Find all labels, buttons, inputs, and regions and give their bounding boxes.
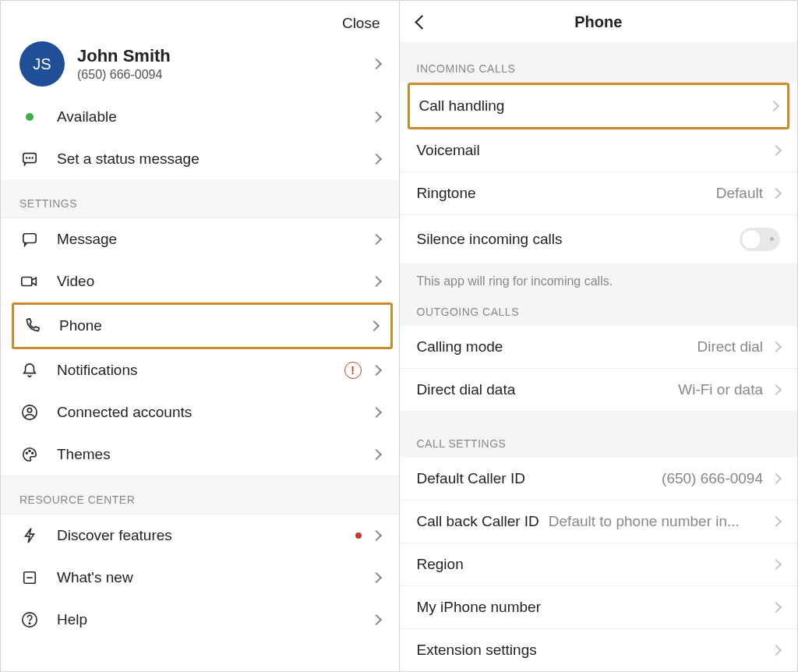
presence-dot-icon: [26, 113, 34, 121]
lightning-icon: [19, 525, 40, 546]
presence-row[interactable]: Available: [1, 96, 399, 138]
help-row[interactable]: Help: [1, 599, 399, 641]
chevron-right-icon: [370, 365, 381, 376]
presence-label: Available: [57, 108, 373, 126]
settings-video-row[interactable]: Video: [1, 260, 399, 302]
chevron-right-icon: [771, 473, 782, 484]
callback-caller-id-row[interactable]: Call back Caller ID Default to phone num…: [400, 500, 798, 543]
chevron-right-icon: [370, 449, 381, 460]
settings-connected-accounts-row[interactable]: Connected accounts: [1, 391, 399, 433]
outgoing-calls-header: OUTGOING CALLS: [400, 295, 798, 326]
voicemail-row[interactable]: Voicemail: [400, 129, 798, 172]
default-caller-id-row[interactable]: Default Caller ID (650) 666-0094: [400, 458, 798, 500]
status-message-row[interactable]: Set a status message: [1, 138, 399, 180]
svg-point-2: [30, 157, 30, 158]
svg-point-9: [29, 451, 30, 452]
ringtone-row[interactable]: Ringtone Default: [400, 172, 798, 215]
back-button[interactable]: [415, 15, 429, 29]
region-row[interactable]: Region: [400, 543, 798, 586]
phone-settings-panel: Phone INCOMING CALLS Call handling Voice…: [400, 1, 798, 671]
chevron-right-icon: [370, 154, 381, 164]
direct-dial-data-row[interactable]: Direct dial data Wi-Fi or data: [400, 369, 798, 411]
note-icon: [19, 568, 40, 588]
settings-message-row[interactable]: Message: [1, 218, 399, 260]
direct-dial-value: Wi-Fi or data: [678, 381, 763, 398]
call-handling-highlight: Call handling: [408, 83, 790, 129]
chat-bubble-icon: [19, 149, 40, 169]
resource-center-header: RESOURCE CENTER: [1, 476, 399, 515]
profile-phone: (650) 666-0094: [77, 68, 373, 82]
svg-point-14: [29, 623, 30, 624]
nav-title: Phone: [574, 13, 622, 31]
svg-point-1: [26, 157, 27, 158]
chevron-right-icon: [370, 111, 381, 122]
silence-note: This app will ring for incoming calls.: [400, 263, 798, 295]
message-icon: [19, 229, 40, 249]
phone-icon: [22, 316, 42, 336]
call-settings-header: CALL SETTINGS: [400, 426, 798, 458]
close-button[interactable]: Close: [342, 15, 380, 32]
ringtone-value: Default: [716, 185, 763, 202]
chevron-right-icon: [771, 341, 782, 352]
help-icon: [19, 610, 40, 630]
chevron-right-icon: [370, 276, 381, 287]
default-caller-value: (650) 666-0094: [662, 470, 763, 487]
chevron-right-icon: [370, 407, 381, 418]
settings-list-panel: Close JS John Smith (650) 666-0094 Avail…: [1, 1, 400, 671]
my-iphone-number-row[interactable]: My iPhone number: [400, 586, 798, 629]
profile-name: John Smith: [77, 46, 373, 66]
profile-row[interactable]: JS John Smith (650) 666-0094: [1, 38, 399, 96]
chevron-right-icon: [771, 559, 782, 570]
calling-mode-row[interactable]: Calling mode Direct dial: [400, 326, 798, 369]
settings-section-header: SETTINGS: [1, 180, 399, 218]
incoming-calls-header: INCOMING CALLS: [400, 42, 798, 83]
status-label: Set a status message: [57, 150, 373, 168]
chevron-right-icon: [771, 145, 782, 156]
calling-mode-value: Direct dial: [697, 338, 763, 355]
chevron-right-icon: [368, 320, 379, 331]
svg-point-3: [32, 157, 33, 158]
chevron-right-icon: [768, 101, 779, 111]
discover-features-row[interactable]: Discover features: [1, 515, 399, 557]
chevron-right-icon: [771, 384, 782, 395]
svg-rect-4: [23, 234, 36, 243]
bell-icon: [19, 360, 40, 380]
settings-notifications-row[interactable]: Notifications !: [1, 349, 399, 391]
person-circle-icon: [19, 402, 40, 423]
chevron-right-icon: [370, 530, 381, 541]
settings-themes-row[interactable]: Themes: [1, 433, 399, 476]
phone-row-highlight: Phone: [12, 302, 393, 349]
svg-point-7: [27, 409, 32, 413]
palette-icon: [19, 444, 40, 465]
chevron-right-icon: [771, 188, 782, 199]
whats-new-row[interactable]: What's new: [1, 557, 399, 599]
svg-point-10: [32, 452, 34, 454]
svg-point-8: [26, 452, 27, 454]
alert-icon: !: [344, 362, 362, 379]
chevron-right-icon: [370, 234, 381, 245]
chevron-right-icon: [370, 58, 381, 69]
chevron-right-icon: [771, 602, 782, 613]
chevron-right-icon: [370, 572, 381, 583]
call-handling-row[interactable]: Call handling: [410, 85, 788, 127]
callback-caller-value: Default to phone number in...: [549, 513, 763, 530]
silence-calls-row[interactable]: Silence incoming calls: [400, 215, 798, 263]
svg-rect-5: [22, 277, 32, 285]
silence-toggle[interactable]: [740, 228, 780, 251]
extension-settings-row[interactable]: Extension settings: [400, 629, 798, 671]
settings-phone-row[interactable]: Phone: [14, 305, 390, 347]
video-icon: [19, 271, 40, 292]
avatar: JS: [19, 41, 65, 87]
new-indicator-dot: [355, 532, 362, 539]
chevron-right-icon: [370, 614, 381, 625]
chevron-right-icon: [771, 645, 782, 656]
chevron-right-icon: [771, 516, 782, 527]
